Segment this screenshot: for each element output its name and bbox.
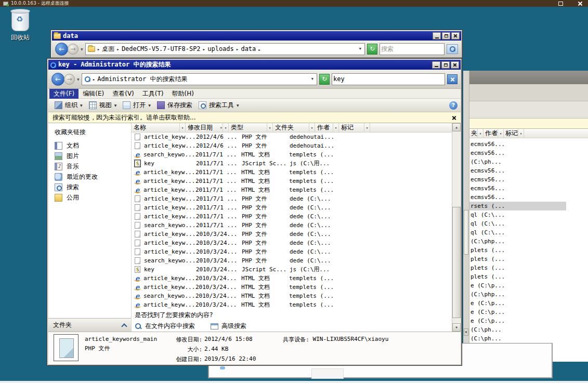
refresh-button[interactable]: ↻ (319, 74, 330, 85)
scrollbar-thumb[interactable] (464, 210, 468, 255)
column-dropdown-icon[interactable] (309, 123, 315, 132)
vertical-scrollbar[interactable]: ▲ ▼ (452, 123, 461, 332)
file-row[interactable]: e (C:\p... (469, 299, 588, 308)
recycle-bin-icon[interactable] (11, 10, 29, 31)
column-dropdown-icon[interactable] (477, 129, 483, 138)
address-bar[interactable]: Administrator 中的搜索结果 ▼ (82, 73, 317, 85)
background-window-scrollbar[interactable]: ▼ (463, 71, 469, 362)
file-row[interactable]: search_keywo... 2011/7/1 ... HTML 文档 tem… (132, 150, 461, 159)
scroll-up-icon[interactable]: ▲ (452, 123, 461, 131)
column-header[interactable]: 标记 ▼ (339, 123, 370, 132)
address-text[interactable]: Administrator 中的搜索结果 (90, 75, 188, 84)
file-row[interactable]: article_keyw... 2011/7/1 ... PHP 文件 dede… (132, 212, 461, 221)
maximize-button[interactable] (442, 32, 450, 39)
close-button[interactable] (451, 61, 459, 69)
file-row[interactable]: plets (... (469, 263, 588, 272)
file-row[interactable]: article_keyw... 2011/7/1 ... PHP 文件 dede… (132, 194, 461, 203)
search-input[interactable] (381, 45, 443, 52)
file-row[interactable]: article_keyw... 2012/4/6 ... PHP 文件 dede… (132, 141, 461, 150)
breadcrumb-item[interactable]: data (234, 45, 256, 54)
menu-item[interactable]: 帮助(H) (168, 89, 198, 99)
column-header[interactable]: 类型 ▼ (229, 123, 273, 132)
address-dropdown-icon[interactable]: ▼ (310, 77, 315, 81)
sidebar-item[interactable]: 最近的更改 (48, 171, 131, 182)
file-row[interactable]: article_keyw... 2010/3/24... PHP 文件 dede… (132, 230, 461, 239)
file-row[interactable]: search_keywo... 2011/7/1 ... PHP 文件 dede… (132, 221, 461, 230)
folders-expander[interactable]: 文件夹 (48, 318, 131, 332)
file-row[interactable]: (C:\ph... (469, 325, 588, 334)
menu-item[interactable]: 工具(T) (138, 89, 168, 99)
file-row[interactable]: ecmsv56... (469, 193, 588, 202)
column-header[interactable]: 作者 (484, 129, 504, 138)
indexing-info-bar[interactable]: 搜索可能较慢，因为未运行索引。请单击获取帮助... (48, 112, 461, 123)
minimize-button[interactable] (432, 61, 440, 69)
column-dropdown-icon[interactable] (498, 129, 503, 138)
search-box[interactable] (332, 73, 445, 85)
sidebar-item[interactable]: 文档 (48, 140, 131, 151)
refresh-button[interactable]: ↻ (367, 44, 377, 55)
toolbar-button[interactable]: 打开 ▼ (120, 100, 154, 111)
file-row[interactable]: e (C:\p... (469, 316, 588, 325)
column-dropdown-icon[interactable] (518, 129, 524, 138)
sidebar-item[interactable]: 搜索 (48, 182, 131, 192)
scroll-down-icon[interactable]: ▼ (452, 323, 461, 332)
column-header[interactable]: 夹 (469, 129, 484, 138)
restore-icon[interactable] (558, 2, 563, 6)
file-row[interactable]: search_keywo... 2010/3/24... HTML 文档 tem… (132, 292, 461, 300)
search-file-contents-button[interactable]: 在文件内容中搜索 (135, 322, 195, 331)
scrollbar-down-icon[interactable]: ▼ (464, 328, 468, 336)
history-dropdown-icon[interactable]: ▼ (77, 77, 80, 81)
column-dropdown-icon[interactable] (179, 123, 185, 132)
file-row[interactable]: ecmsv56... (469, 184, 588, 193)
file-row[interactable]: key 2010/3/24... JScript Sc... js (C:\用.… (132, 265, 461, 274)
column-dropdown-icon[interactable] (333, 123, 338, 132)
column-dropdown-icon[interactable] (267, 123, 272, 132)
column-header[interactable]: 作者 ▼ (315, 123, 339, 132)
key-window-titlebar[interactable]: key - Administrator 中的搜索结果 (48, 60, 461, 70)
file-row[interactable]: key 2011/7/1 ... JScript Sc... js (C:\用.… (132, 159, 461, 168)
close-icon[interactable] (452, 115, 456, 120)
rdp-connection-bar[interactable]: 10.0.0.163 - 远程桌面连接 (0, 0, 588, 7)
file-row[interactable]: ql (C:\... (469, 219, 588, 228)
column-dropdown-icon[interactable] (364, 123, 370, 132)
toolbar-button[interactable]: 保存搜索 ▼ (154, 100, 195, 111)
file-row[interactable]: (C:\php... (469, 237, 588, 246)
toolbar-button[interactable]: 搜索工具 ▼ (195, 100, 242, 111)
sidebar-item[interactable]: 音乐 (48, 161, 131, 171)
close-icon[interactable] (578, 1, 583, 6)
search-box[interactable] (380, 43, 445, 55)
close-button[interactable] (451, 32, 460, 39)
search-button[interactable] (447, 44, 458, 54)
clear-search-button[interactable] (447, 74, 458, 84)
column-header[interactable]: 文件夹 ▼ (273, 123, 315, 132)
file-row[interactable]: (C:\php... (469, 290, 588, 299)
file-row[interactable]: ecmsv56... (469, 175, 588, 184)
data-window-titlebar[interactable]: data (52, 31, 461, 41)
file-row[interactable]: article_keyw... 2010/3/24... HTML 文档 tem… (132, 283, 461, 292)
file-row[interactable]: e (C:\p... (469, 281, 588, 290)
forward-button[interactable]: → (68, 44, 79, 55)
back-button[interactable]: ← (51, 73, 64, 86)
file-row[interactable]: search_keywo... 2010/3/24... PHP 文件 dede… (132, 256, 461, 265)
history-dropdown-icon[interactable]: ▼ (81, 47, 83, 51)
file-row[interactable]: (C:\ph... (469, 334, 588, 343)
sidebar-item[interactable]: 公用 (48, 192, 131, 203)
menu-item[interactable]: 编辑(E) (79, 89, 108, 99)
breadcrumb-item[interactable]: uploads (201, 45, 234, 54)
recycle-bin[interactable]: 回收站 (4, 10, 36, 42)
file-row[interactable]: ecmsv56... (469, 166, 588, 175)
breadcrumb-item[interactable]: 桌面 (95, 45, 115, 54)
address-bar[interactable]: 桌面 DedeCMS-V5.7-UTF8-SP2 uploads data ▼ (85, 43, 365, 55)
scrollbar-thumb[interactable] (452, 207, 461, 318)
column-dropdown-icon[interactable] (223, 123, 228, 132)
breadcrumb-item[interactable]: DedeCMS-V5.7-UTF8-SP2 (114, 45, 200, 54)
column-header[interactable]: 修改日期 ▼ (186, 123, 229, 132)
address-dropdown-icon[interactable]: ▼ (358, 47, 362, 51)
advanced-search-button[interactable]: 高级搜索 (211, 322, 246, 331)
file-row[interactable]: e (C:\p... (469, 308, 588, 316)
maximize-button[interactable] (441, 61, 450, 69)
menu-item[interactable]: 查看(V) (108, 89, 138, 99)
file-row[interactable]: ql (C:\... (469, 228, 588, 237)
file-row[interactable]: article_keyw... 2011/7/1 ... PHP 文件 dede… (132, 203, 461, 212)
file-row[interactable]: article_keyw... 2012/4/6 ... PHP 文件 dede… (132, 133, 461, 141)
